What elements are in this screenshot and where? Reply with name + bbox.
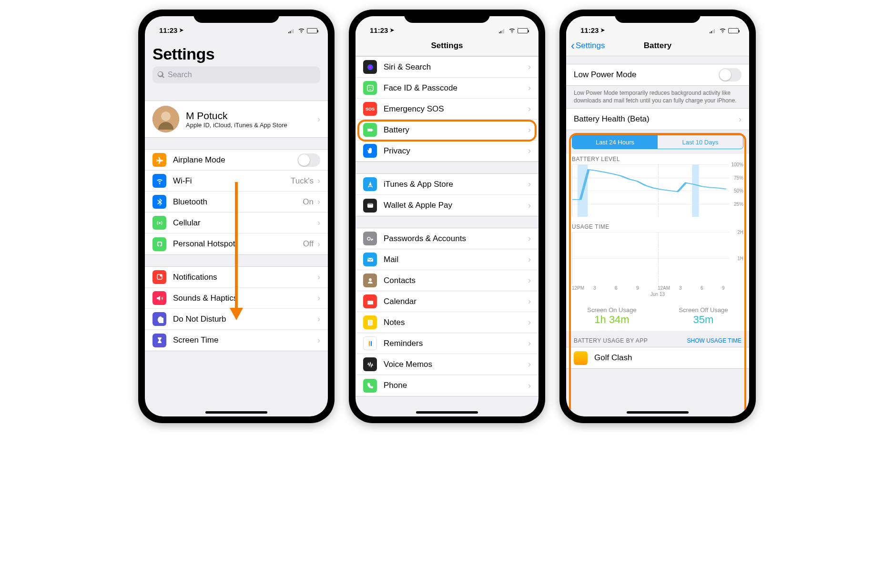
cell-sos[interactable]: SOS Emergency SOS › bbox=[356, 99, 538, 120]
mail-label: Mail bbox=[384, 255, 528, 264]
mail-icon bbox=[363, 253, 377, 266]
siri-icon bbox=[363, 60, 377, 74]
cell-sounds[interactable]: Sounds & Haptics › bbox=[145, 288, 328, 309]
siri-label: Siri & Search bbox=[384, 62, 528, 72]
apple-id-cell[interactable]: M Potuck Apple ID, iCloud, iTunes & App … bbox=[145, 101, 328, 137]
svg-rect-27 bbox=[692, 164, 699, 217]
wallet-icon bbox=[363, 199, 377, 213]
back-button[interactable]: ‹ Settings bbox=[571, 39, 605, 52]
wifi-icon bbox=[719, 27, 726, 34]
screen-off-label: Screen Off Usage bbox=[658, 306, 749, 314]
low-power-description: Low Power Mode temporarily reduces backg… bbox=[566, 86, 749, 108]
segment-10d[interactable]: Last 10 Days bbox=[658, 135, 743, 149]
passwords-icon bbox=[363, 232, 377, 245]
nav-header: Settings bbox=[356, 35, 538, 56]
airplane-toggle[interactable] bbox=[297, 153, 320, 167]
chevron-right-icon: › bbox=[528, 275, 531, 285]
search-input[interactable]: Search bbox=[152, 66, 320, 83]
show-usage-time-button[interactable]: SHOW USAGE TIME bbox=[687, 337, 742, 344]
wifi-icon bbox=[298, 27, 305, 34]
cell-signal-icon bbox=[710, 29, 717, 33]
phone-frame-2: 11:23 ➤ Settings Siri & Search › Face ID… bbox=[349, 10, 545, 423]
home-indicator[interactable] bbox=[205, 411, 267, 414]
profile-name: M Potuck bbox=[186, 110, 317, 122]
cell-cellular[interactable]: Cellular › bbox=[145, 213, 328, 233]
cell-calendar[interactable]: Calendar › bbox=[356, 291, 538, 312]
cell-wifi[interactable]: Wi-Fi Tuck's› bbox=[145, 171, 328, 192]
svg-point-9 bbox=[369, 87, 370, 88]
screen-1: 11:23 ➤ Settings Search M bbox=[145, 16, 328, 416]
svg-point-4 bbox=[160, 274, 162, 276]
cell-hotspot[interactable]: Personal Hotspot Off› bbox=[145, 233, 328, 254]
cell-wallet[interactable]: Wallet & Apple Pay › bbox=[356, 195, 538, 216]
cell-screentime[interactable]: Screen Time › bbox=[145, 330, 328, 351]
cell-battery[interactable]: Battery › bbox=[356, 120, 538, 141]
cell-siri[interactable]: Siri & Search › bbox=[356, 57, 538, 78]
cell-signal-icon bbox=[288, 29, 296, 33]
wifi-detail: Tuck's bbox=[291, 176, 314, 186]
cellular-label: Cellular bbox=[173, 218, 317, 228]
chevron-right-icon: › bbox=[317, 176, 320, 186]
privacy-label: Privacy bbox=[384, 146, 528, 156]
notes-icon bbox=[363, 315, 377, 329]
location-icon: ➤ bbox=[390, 27, 394, 33]
usage-time-chart: 2H 1H bbox=[572, 232, 743, 284]
cell-contacts[interactable]: Contacts › bbox=[356, 270, 538, 291]
segment-24h[interactable]: Last 24 Hours bbox=[572, 135, 658, 149]
svg-point-7 bbox=[367, 64, 373, 70]
phone-icon bbox=[363, 379, 377, 393]
chevron-right-icon: › bbox=[317, 314, 320, 324]
low-power-toggle[interactable] bbox=[719, 68, 742, 81]
cell-faceid[interactable]: Face ID & Passcode › bbox=[356, 78, 538, 99]
nav-title: Settings bbox=[431, 41, 463, 51]
cell-passwords[interactable]: Passwords & Accounts › bbox=[356, 228, 538, 249]
home-indicator[interactable] bbox=[627, 411, 689, 414]
battery-level-chart: 100% 75% 50% 25% bbox=[572, 164, 743, 217]
cell-mail[interactable]: Mail › bbox=[356, 249, 538, 270]
battery-label: Battery bbox=[384, 125, 528, 135]
chevron-right-icon: › bbox=[528, 359, 531, 369]
chevron-right-icon: › bbox=[528, 233, 531, 243]
chevron-right-icon: › bbox=[317, 197, 320, 207]
cell-notes[interactable]: Notes › bbox=[356, 312, 538, 333]
chevron-right-icon: › bbox=[528, 381, 531, 391]
cell-bluetooth[interactable]: Bluetooth On› bbox=[145, 192, 328, 213]
cell-airplane[interactable]: Airplane Mode bbox=[145, 150, 328, 171]
status-time: 11:23 bbox=[370, 26, 388, 34]
usage-summary: Screen On Usage 1h 34m Screen Off Usage … bbox=[566, 302, 749, 331]
hotspot-label: Personal Hotspot bbox=[173, 239, 303, 249]
search-icon bbox=[157, 71, 165, 79]
bluetooth-icon bbox=[152, 195, 166, 209]
cell-dnd[interactable]: Do Not Disturb › bbox=[145, 309, 328, 330]
chevron-right-icon: › bbox=[528, 201, 531, 211]
screen-off-value: 35m bbox=[658, 314, 749, 326]
profile-sub: Apple ID, iCloud, iTunes & App Store bbox=[186, 122, 317, 129]
app-usage-row[interactable]: Golf Clash bbox=[566, 347, 749, 368]
chevron-right-icon: › bbox=[739, 114, 742, 124]
screen-on-value: 1h 34m bbox=[566, 314, 658, 326]
time-range-segmented[interactable]: Last 24 Hours Last 10 Days bbox=[572, 135, 743, 149]
home-indicator[interactable] bbox=[416, 411, 478, 414]
chevron-right-icon: › bbox=[528, 62, 531, 72]
cell-privacy[interactable]: Privacy › bbox=[356, 141, 538, 162]
calendar-label: Calendar bbox=[384, 297, 528, 306]
cell-reminders[interactable]: Reminders › bbox=[356, 333, 538, 354]
airplane-label: Airplane Mode bbox=[173, 155, 297, 165]
battery-health-cell[interactable]: Battery Health (Beta) › bbox=[566, 109, 749, 130]
battery-icon bbox=[363, 123, 377, 137]
contacts-icon bbox=[363, 274, 377, 287]
cell-phone[interactable]: Phone › bbox=[356, 375, 538, 396]
cell-voicememos[interactable]: Voice Memos › bbox=[356, 354, 538, 375]
chevron-right-icon: › bbox=[528, 317, 531, 327]
location-icon: ➤ bbox=[179, 27, 183, 33]
voicememos-icon bbox=[363, 357, 377, 371]
chevron-right-icon: › bbox=[528, 146, 531, 156]
phone-frame-1: 11:23 ➤ Settings Search M bbox=[138, 10, 335, 423]
low-power-mode-cell[interactable]: Low Power Mode bbox=[566, 64, 749, 85]
cell-notif[interactable]: Notifications › bbox=[145, 267, 328, 288]
cell-itunes[interactable]: iTunes & App Store › bbox=[356, 174, 538, 195]
cell-signal-icon bbox=[499, 29, 507, 33]
contacts-label: Contacts bbox=[384, 276, 528, 285]
screentime-label: Screen Time bbox=[173, 335, 317, 345]
usage-by-app-header: BATTERY USAGE BY APP bbox=[574, 337, 648, 344]
